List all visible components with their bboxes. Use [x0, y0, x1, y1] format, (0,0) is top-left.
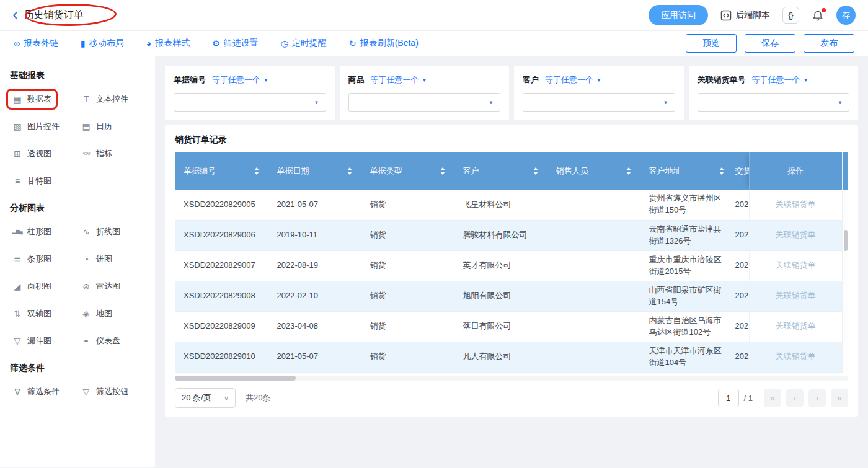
column-header-5[interactable]: 客户地址 [640, 152, 733, 190]
sidebar-item-map-chart[interactable]: ◈地图 [79, 307, 115, 320]
toolbar-item-report-external-link[interactable]: ∞ 报表外链 [14, 38, 58, 49]
action-link[interactable]: 关联销货单 [776, 291, 816, 300]
filter-select[interactable]: ▼ [348, 93, 501, 112]
toolbar: ∞ 报表外链 ▮ 移动布局 ◕ 报表样式 ⚙ 筛选设置 ◷ 定时提醒 ↻ 报表刷… [0, 31, 868, 56]
sidebar-item-calendar[interactable]: ▤日历 [79, 120, 115, 133]
dev-tools-icon[interactable]: {} [782, 7, 799, 24]
cell-col-3: 腾骏材料有限公司 [454, 220, 547, 250]
toolbar-item-scheduled-reminder[interactable]: ◷ 定时提醒 [281, 38, 327, 49]
last-page-button[interactable]: » [831, 389, 848, 407]
cell-col-1: 2021-05-07 [268, 190, 361, 220]
page-size-select[interactable]: 20 条/页 ∨ [175, 388, 236, 408]
column-header-6[interactable]: 交货日期 [733, 152, 749, 190]
sidebar-item-label: 筛选按钮 [96, 386, 128, 397]
sidebar-item-text-widget[interactable]: T文本控件 [79, 92, 131, 106]
sidebar-item-funnel-chart[interactable]: ▽漏斗图 [10, 334, 54, 348]
filter-operator[interactable]: 等于任意一个 ▼ [752, 74, 808, 86]
cell-col-5: 重庆市重庆市涪陵区街道2015号 [640, 250, 733, 281]
action-link[interactable]: 关联销货单 [776, 230, 816, 239]
sidebar-item-label: 图片控件 [27, 121, 60, 132]
area-chart-icon: ◢ [12, 282, 22, 291]
toolbar-item-filter-settings[interactable]: ⚙ 筛选设置 [212, 38, 259, 49]
column-header-1[interactable]: 单据日期 [268, 152, 361, 190]
filter-select[interactable]: ▼ [523, 93, 675, 112]
column-header-4[interactable]: 销售人员 [547, 152, 640, 190]
sidebar-item-filter-button[interactable]: ▽筛选按钮 [79, 385, 131, 399]
sort-icon[interactable] [347, 167, 352, 175]
cell-col-2: 销货 [361, 220, 454, 250]
filter-card-customer: 客户 等于任意一个 ▼ ▼ [514, 66, 684, 120]
cell-col-0: XSDD20220829009 [175, 311, 268, 342]
pagination-left: 20 条/页 ∨ 共20条 [175, 388, 270, 408]
sidebar-item-indicator[interactable]: 450指标 [79, 147, 115, 161]
prev-page-button[interactable]: ‹ [786, 389, 804, 407]
vertical-scrollbar-thumb[interactable] [844, 230, 848, 251]
cell-col-2: 销货 [361, 342, 454, 372]
filter-operator[interactable]: 等于任意一个 ▼ [545, 74, 601, 86]
filter-select[interactable]: ▼ [698, 93, 850, 112]
filter-operator[interactable]: 等于任意一个 ▼ [371, 74, 427, 86]
sort-icon[interactable] [440, 167, 445, 175]
sidebar-item-image-widget[interactable]: ▧图片控件 [10, 120, 62, 133]
sidebar-item-gantt-chart[interactable]: ≡甘特图 [10, 174, 54, 188]
action-link[interactable]: 关联销货单 [776, 260, 816, 270]
sidebar-item-filter-condition[interactable]: ∇筛选条件 [10, 385, 62, 399]
cell-col-0: XSDD20220829005 [175, 190, 268, 220]
horizontal-scrollbar[interactable] [175, 376, 848, 381]
backend-script-button[interactable]: 后端脚本 [720, 10, 770, 21]
app-access-button[interactable]: 应用访问 [649, 5, 708, 25]
sort-icon[interactable] [533, 167, 538, 175]
first-page-button[interactable]: « [764, 389, 781, 407]
sidebar-item-line-chart[interactable]: ∿折线图 [79, 225, 123, 239]
filter-operator[interactable]: 等于任意一个 ▼ [212, 74, 268, 86]
sidebar-item-data-table[interactable]: ▦数据表 [10, 92, 54, 106]
vertical-scrollbar-header [843, 152, 848, 190]
notification-bell-icon[interactable] [812, 9, 824, 22]
caret-down-icon: ▼ [804, 77, 808, 83]
column-header-0[interactable]: 单据编号 [175, 152, 268, 190]
sort-icon[interactable] [626, 167, 631, 175]
cell-col-5: 贵州省遵义市播州区街道150号 [640, 190, 733, 220]
filter-button-icon: ▽ [81, 387, 91, 396]
cell-col-3: 凡人有限公司 [454, 342, 547, 372]
toolbar-item-mobile-layout[interactable]: ▮ 移动布局 [81, 38, 124, 49]
cell-col-2: 销货 [361, 281, 454, 311]
sidebar-item-column-chart[interactable]: ▂▆▄柱形图 [10, 225, 54, 239]
action-link[interactable]: 关联销货单 [776, 351, 816, 361]
column-header-2[interactable]: 单据类型 [361, 152, 454, 190]
table-row: XSDD202208290062019-10-11销货腾骏材料有限公司云南省昭通… [175, 220, 842, 250]
sidebar-item-bar-chart[interactable]: ≣条形图 [10, 252, 54, 266]
next-page-button[interactable]: › [808, 389, 826, 407]
preview-button[interactable]: 预览 [686, 34, 737, 53]
action-link[interactable]: 关联销货单 [776, 321, 816, 330]
toolbar-item-report-refresh[interactable]: ↻ 报表刷新(Beta) [349, 38, 418, 49]
sidebar-item-gauge-chart[interactable]: ◓仪表盘 [79, 334, 123, 348]
filter-field-label: 商品 [348, 74, 365, 86]
back-icon[interactable]: ‹ [12, 6, 18, 22]
save-button[interactable]: 保存 [745, 34, 795, 53]
sidebar-item-dual-axis-chart[interactable]: ⇅双轴图 [10, 307, 54, 320]
toolbar-right: 预览 保存 发布 [686, 34, 854, 53]
avatar[interactable]: 存 [836, 6, 856, 25]
filter-select[interactable]: ▼ [174, 93, 326, 112]
select-caret-icon: ▼ [314, 100, 319, 105]
current-page-input[interactable]: 1 [718, 389, 739, 407]
cell-col-1: 2019-10-11 [268, 220, 361, 250]
publish-button[interactable]: 发布 [804, 34, 854, 53]
sort-icon[interactable] [719, 167, 724, 175]
sort-icon[interactable] [254, 167, 259, 175]
vertical-scrollbar[interactable] [842, 152, 848, 372]
horizontal-scrollbar-thumb[interactable] [175, 376, 296, 381]
table-row: XSDD202208290102021-05-07销货凡人有限公司天津市天津市河… [175, 342, 842, 372]
style-icon: ◕ [146, 39, 151, 48]
sidebar-item-pivot-view[interactable]: ⊞透视图 [10, 147, 54, 161]
sidebar-item-radar-chart[interactable]: ⊛雷达图 [79, 280, 123, 293]
calendar-icon: ▤ [81, 122, 91, 131]
toolbar-item-report-style[interactable]: ◕ 报表样式 [146, 38, 190, 49]
sidebar-item-area-chart[interactable]: ◢面积图 [10, 280, 54, 293]
action-link[interactable]: 关联销货单 [776, 200, 816, 209]
filter-field-label: 单据编号 [174, 74, 206, 86]
sidebar-item-pie-chart[interactable]: ◔饼图 [79, 252, 115, 266]
select-caret-icon: ▼ [489, 100, 494, 105]
column-header-3[interactable]: 客户 [454, 152, 547, 190]
